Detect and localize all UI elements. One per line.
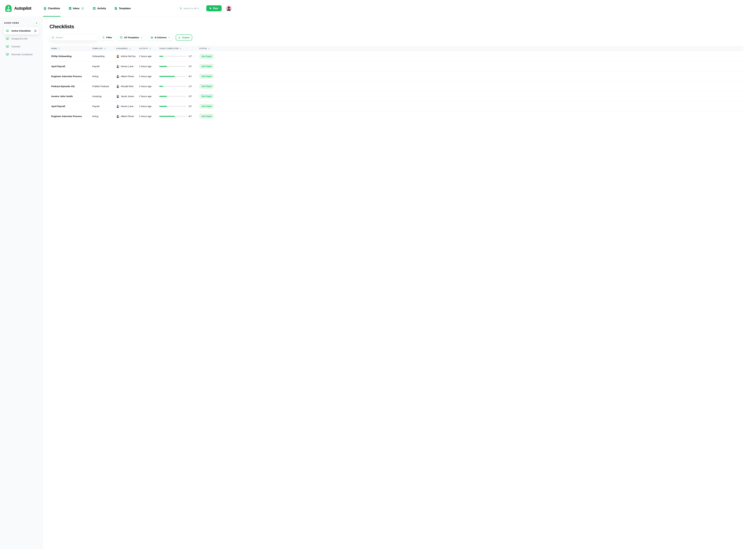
sidebar-item-recently-completed[interactable]: Recently Completed bbox=[4, 51, 39, 58]
tasks-fraction: 2/7 bbox=[189, 95, 192, 98]
filter-label: Filter bbox=[106, 36, 112, 39]
template-name: Payroll bbox=[92, 105, 116, 108]
column-header-status[interactable]: STATUS bbox=[199, 47, 233, 50]
table-search[interactable] bbox=[49, 34, 97, 41]
column-header-tasks-completed[interactable]: TASKS COMPLETED bbox=[159, 47, 199, 50]
brand: Autopilot bbox=[5, 5, 31, 12]
activity-time: 2 hours ago bbox=[139, 85, 159, 88]
sort-icon bbox=[58, 48, 60, 50]
progress-bar bbox=[159, 86, 186, 87]
sort-icon bbox=[129, 48, 131, 50]
sidebar-item-overdue[interactable]: Overdue bbox=[4, 43, 39, 51]
status-badge: On-Track bbox=[199, 74, 214, 79]
activity-time: 2 hours ago bbox=[139, 105, 159, 108]
global-search-input[interactable] bbox=[183, 7, 200, 10]
sidebar-item-label: Active Checklists bbox=[11, 29, 31, 32]
activity-time: 2 hours ago bbox=[139, 95, 159, 98]
tasks-fraction: 4/7 bbox=[189, 75, 192, 78]
table-row[interactable]: Philip Onboarding Onboarding Arlene McCo… bbox=[49, 51, 233, 61]
book-open-icon bbox=[6, 37, 9, 40]
assignee-avatar bbox=[116, 55, 119, 58]
export-button[interactable]: Export bbox=[176, 34, 192, 41]
assignee-avatar bbox=[116, 95, 119, 98]
file-text-icon bbox=[114, 7, 117, 10]
tab-checklists[interactable]: Checklists bbox=[43, 0, 60, 17]
sort-icon bbox=[180, 48, 182, 50]
global-search[interactable] bbox=[178, 5, 202, 11]
add-view-button[interactable] bbox=[34, 20, 39, 25]
table-row[interactable]: Podcast Episode #32 Publish Podcast Rona… bbox=[49, 81, 233, 91]
chevron-down-icon bbox=[168, 36, 170, 39]
table-search-input[interactable] bbox=[56, 36, 95, 39]
table-row[interactable]: Engineer Interview Process Hiring Albert… bbox=[49, 71, 233, 81]
filter-button[interactable]: Filter bbox=[100, 34, 114, 41]
assignee-name: Jacob Jones bbox=[121, 95, 134, 98]
assignee-avatar bbox=[116, 75, 119, 78]
play-icon bbox=[210, 7, 212, 9]
clipboard-check-icon bbox=[43, 7, 47, 10]
columns-dropdown[interactable]: 8 Columns bbox=[148, 34, 173, 41]
column-header-template[interactable]: TEMPLATE bbox=[92, 47, 116, 50]
tab-label: Activity bbox=[97, 7, 106, 10]
table-row[interactable]: April Payroll Payroll Devon Lane 2 hours… bbox=[49, 61, 233, 71]
checklist-name: Philip Onboarding bbox=[49, 55, 92, 58]
table-row[interactable]: April Payroll Payroll Devon Lane 2 hours… bbox=[49, 101, 233, 111]
checklist-name: Engineer Interview Process bbox=[49, 75, 92, 78]
template-name: Invoicing bbox=[92, 95, 116, 98]
column-header-assignees[interactable]: ASSIGNEES bbox=[116, 47, 139, 50]
table-row[interactable]: Invoice John Smith Invoicing Jacob Jones… bbox=[49, 91, 233, 101]
plus-icon bbox=[35, 22, 38, 24]
sort-icon bbox=[149, 48, 151, 50]
templates-dropdown-label: All Templates bbox=[124, 36, 139, 39]
table-header-row: NAME TEMPLATE ASSIGNEES bbox=[49, 46, 233, 51]
book-open-icon bbox=[6, 29, 9, 32]
checklist-name: April Payroll bbox=[49, 65, 92, 68]
progress-bar bbox=[159, 106, 186, 107]
assignee-avatar bbox=[116, 85, 119, 88]
checklist-name: Invoice John Smith bbox=[49, 95, 92, 98]
checklist-name: Podcast Episode #32 bbox=[49, 85, 92, 88]
tasks-fraction: 4/7 bbox=[189, 115, 192, 118]
activity-time: 2 hours ago bbox=[139, 115, 159, 118]
page-title: Checklists bbox=[49, 23, 233, 30]
status-badge: On-Track bbox=[199, 114, 214, 119]
column-header-activity[interactable]: ACTIVITY bbox=[139, 47, 159, 50]
assignee-name: Arlene McCoy bbox=[121, 55, 135, 58]
progress-bar bbox=[159, 96, 186, 97]
funnel-icon bbox=[102, 36, 105, 39]
checklist-name: April Payroll bbox=[49, 105, 92, 108]
gear-icon[interactable] bbox=[34, 29, 37, 32]
tasks-fraction: 2/7 bbox=[189, 65, 192, 68]
progress-bar bbox=[159, 76, 186, 77]
nav-tabs: Checklists Inbox 2 Activity bbox=[43, 0, 131, 17]
bar-chart-icon bbox=[93, 7, 96, 10]
templates-dropdown[interactable]: All Templates bbox=[117, 34, 145, 41]
inbox-icon bbox=[68, 7, 72, 10]
user-avatar[interactable] bbox=[226, 6, 232, 11]
book-open-icon bbox=[6, 53, 9, 56]
assignee-avatar bbox=[116, 105, 119, 108]
tab-activity[interactable]: Activity bbox=[93, 0, 106, 17]
sidebar-item-assigned-to-me[interactable]: Assigned to Me bbox=[4, 35, 39, 43]
tab-inbox[interactable]: Inbox 2 bbox=[68, 0, 85, 17]
sidebar-item-label: Recently Completed bbox=[11, 53, 33, 56]
book-open-icon bbox=[6, 45, 9, 48]
assignee-avatar bbox=[116, 115, 119, 118]
table-row[interactable]: Engineer Interview Process Hiring Albert… bbox=[49, 111, 233, 121]
run-button[interactable]: Run bbox=[206, 5, 222, 11]
columns-dropdown-label: 8 Columns bbox=[155, 36, 167, 39]
tab-templates[interactable]: Templates bbox=[114, 0, 131, 17]
column-header-name[interactable]: NAME bbox=[49, 47, 92, 50]
search-icon bbox=[179, 7, 182, 10]
activity-time: 2 hours ago bbox=[139, 55, 159, 58]
status-badge: On-Track bbox=[199, 54, 214, 59]
table-body: Philip Onboarding Onboarding Arlene McCo… bbox=[49, 51, 233, 121]
run-label: Run bbox=[213, 7, 218, 10]
sidebar-item-active-checklists[interactable]: Active Checklists bbox=[4, 27, 39, 34]
progress-bar bbox=[159, 116, 186, 117]
template-name: Onboarding bbox=[92, 55, 116, 58]
activity-time: 2 hours ago bbox=[139, 75, 159, 78]
export-label: Export bbox=[182, 36, 190, 39]
app-header: Autopilot Checklists Inbox 2 bbox=[0, 0, 233, 17]
assignee-name: Devon Lane bbox=[121, 65, 134, 68]
